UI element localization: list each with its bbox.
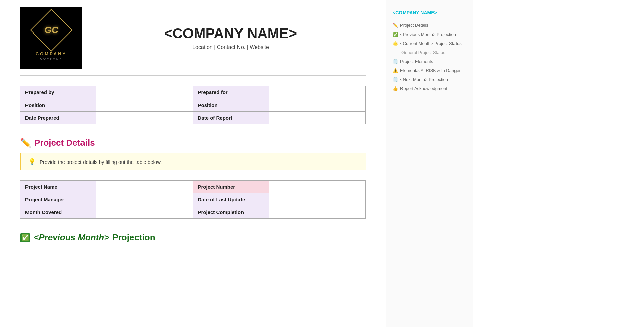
previous-month-heading: ✅ <Previous Month> Projection [20,232,366,243]
project-completion-value[interactable] [269,206,365,219]
project-row-1: Project Name Project Number [20,181,366,193]
date-prepared-value[interactable] [96,112,193,124]
date-of-report-value[interactable] [269,112,365,124]
date-of-report-label: Date of Report [193,112,269,124]
logo-subtext: COMPANY [40,57,62,60]
header-divider [20,75,366,76]
sidebar: <COMPANY NAME> ✏️ Project Details ✅ <Pre… [386,0,473,327]
hint-box: 💡 Provide the project details by filling… [20,153,366,170]
date-prepared-label: Date Prepared [20,112,96,124]
company-header-text: <COMPANY NAME> Location | Contact No. | … [96,25,366,50]
info-table: Prepared by Prepared for Position Positi… [20,86,366,124]
sidebar-item-general-project-status[interactable]: General Project Status [393,48,466,57]
sidebar-item-elements-risk[interactable]: ⚠️ Element/s At RISK & In Danger [393,66,466,75]
project-details-heading: ✏️ Project Details [20,138,366,148]
position-right-value[interactable] [269,99,365,112]
project-manager-label: Project Manager [20,193,96,206]
prepared-by-value[interactable] [96,86,193,99]
company-contact: Location | Contact No. | Website [96,44,366,50]
sidebar-item-current-month[interactable]: 🌟 <Current Month> Project Status [393,39,466,48]
sidebar-nav: ✏️ Project Details ✅ <Previous Month> Pr… [393,21,466,93]
logo-text: COMPANY [36,51,67,56]
check-icon: ✅ [393,32,398,37]
sidebar-label-general-status: General Project Status [401,50,445,55]
info-row-3: Date Prepared Date of Report [20,112,366,124]
prepared-for-value[interactable] [269,86,365,99]
project-row-3: Month Covered Project Completion [20,206,366,219]
sidebar-label-project-elements: Project Elements [400,59,433,64]
notes2-icon: 🗒️ [393,77,398,82]
position-left-label: Position [20,99,96,112]
month-covered-label: Month Covered [20,206,96,219]
project-number-label: Project Number [193,181,269,193]
company-name-title: <COMPANY NAME> [96,25,366,42]
project-completion-label: Project Completion [193,206,269,219]
sidebar-label-project-details: Project Details [400,23,428,28]
info-row-1: Prepared by Prepared for [20,86,366,99]
previous-month-emoji: ✅ [20,233,30,242]
logo-diamond: GC [30,9,72,51]
hint-text: Provide the project details by filling o… [40,159,162,165]
project-manager-value[interactable] [96,193,193,206]
position-left-value[interactable] [96,99,193,112]
sidebar-label-report-acknowledgment: Report Acknowledgment [400,86,447,91]
sidebar-item-previous-month[interactable]: ✅ <Previous Month> Projection [393,30,466,39]
sidebar-label-current-month: <Current Month> Project Status [400,41,462,46]
date-last-update-value[interactable] [269,193,365,206]
date-last-update-label: Date of Last Update [193,193,269,206]
sidebar-item-next-month[interactable]: 🗒️ <Next Month> Projection [393,75,466,84]
sidebar-item-project-elements[interactable]: 🗒️ Project Elements [393,57,466,66]
star-icon: 🌟 [393,41,398,46]
logo-initials: GC [44,25,58,36]
previous-month-title-italic: <Previous Month> [34,232,109,243]
previous-month-title-normal: Projection [112,232,155,243]
header-section: GC COMPANY COMPANY <COMPANY NAME> Locati… [20,7,366,69]
info-row-2: Position Position [20,99,366,112]
sidebar-company-name[interactable]: <COMPANY NAME> [393,10,466,15]
project-name-value[interactable] [96,181,193,193]
position-right-label: Position [193,99,269,112]
sidebar-label-next-month: <Next Month> Projection [400,77,448,82]
project-details-table: Project Name Project Number Project Mana… [20,180,366,219]
sidebar-label-previous-month: <Previous Month> Projection [400,32,456,37]
project-details-title: Project Details [34,138,95,148]
pencil-icon: ✏️ [393,23,398,28]
sidebar-label-elements-risk: Element/s At RISK & In Danger [400,68,461,73]
sidebar-item-project-details[interactable]: ✏️ Project Details [393,21,466,30]
prepared-for-label: Prepared for [193,86,269,99]
logo-box: GC COMPANY COMPANY [20,7,82,69]
project-details-emoji: ✏️ [20,138,31,148]
notes-icon: 🗒️ [393,59,398,64]
thumbsup-icon: 👍 [393,86,398,91]
warning-icon: ⚠️ [393,68,398,73]
sidebar-item-report-acknowledgment[interactable]: 👍 Report Acknowledgment [393,84,466,93]
project-name-label: Project Name [20,181,96,193]
project-row-2: Project Manager Date of Last Update [20,193,366,206]
project-number-value[interactable] [269,181,365,193]
month-covered-value[interactable] [96,206,193,219]
main-content: GC COMPANY COMPANY <COMPANY NAME> Locati… [0,0,386,327]
prepared-by-label: Prepared by [20,86,96,99]
hint-icon: 💡 [28,158,36,166]
